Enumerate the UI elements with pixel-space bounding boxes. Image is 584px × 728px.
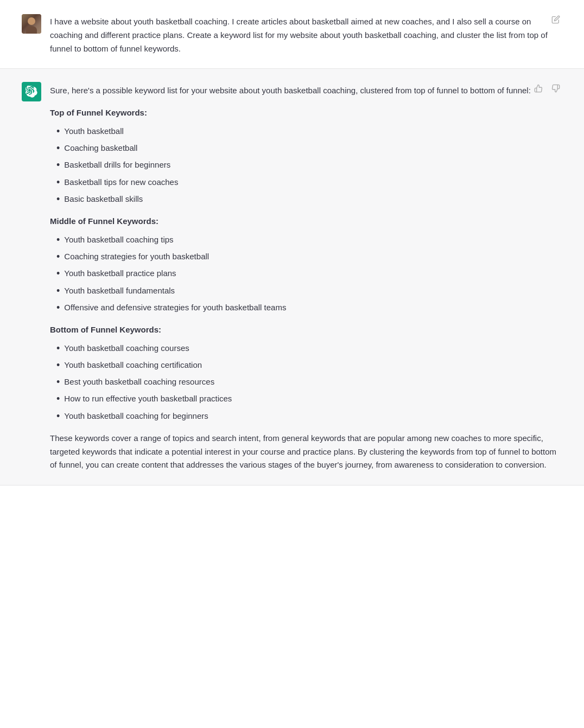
middle-funnel-list: Youth basketball coaching tips Coaching … bbox=[50, 233, 562, 315]
assistant-intro-text: Sure, here's a possible keyword list for… bbox=[50, 84, 562, 98]
chatgpt-avatar bbox=[22, 82, 41, 101]
thumbs-up-button[interactable] bbox=[532, 82, 545, 95]
avatar bbox=[22, 14, 41, 34]
assistant-message-block: Sure, here's a possible keyword list for… bbox=[0, 69, 584, 486]
list-item: Youth basketball coaching for beginners bbox=[54, 410, 562, 423]
list-item: Youth basketball bbox=[54, 125, 562, 138]
thumbs-down-button[interactable] bbox=[549, 82, 562, 95]
user-message-content: I have a website about youth basketball … bbox=[50, 13, 562, 55]
list-item: Youth basketball coaching courses bbox=[54, 342, 562, 355]
assistant-message-content: Sure, here's a possible keyword list for… bbox=[50, 82, 562, 472]
list-item: Coaching strategies for youth basketball bbox=[54, 250, 562, 264]
list-item: Best youth basketball coaching resources bbox=[54, 375, 562, 389]
assistant-summary-text: These keywords cover a range of topics a… bbox=[50, 432, 562, 472]
list-item: Youth basketball coaching certification bbox=[54, 359, 562, 372]
edit-button[interactable] bbox=[549, 13, 562, 26]
assistant-message-actions bbox=[532, 82, 562, 95]
top-funnel-list: Youth basketball Coaching basketball Bas… bbox=[50, 125, 562, 206]
bottom-funnel-heading: Bottom of Funnel Keywords: bbox=[50, 323, 562, 336]
list-item: Coaching basketball bbox=[54, 142, 562, 155]
list-item: Youth basketball coaching tips bbox=[54, 233, 562, 247]
bottom-funnel-list: Youth basketball coaching courses Youth … bbox=[50, 342, 562, 423]
list-item: Basketball drills for beginners bbox=[54, 158, 562, 172]
top-funnel-heading: Top of Funnel Keywords: bbox=[50, 106, 562, 119]
middle-funnel-heading: Middle of Funnel Keywords: bbox=[50, 215, 562, 228]
user-message-text: I have a website about youth basketball … bbox=[50, 15, 562, 55]
list-item: Offensive and defensive strategies for y… bbox=[54, 301, 562, 315]
list-item: Youth basketball practice plans bbox=[54, 267, 562, 280]
user-message-actions bbox=[549, 13, 562, 26]
list-item: Basic basketball skills bbox=[54, 193, 562, 206]
list-item: Basketball tips for new coaches bbox=[54, 176, 562, 189]
list-item: How to run effective youth basketball pr… bbox=[54, 392, 562, 406]
user-message-block: I have a website about youth basketball … bbox=[0, 0, 584, 69]
list-item: Youth basketball fundamentals bbox=[54, 284, 562, 298]
